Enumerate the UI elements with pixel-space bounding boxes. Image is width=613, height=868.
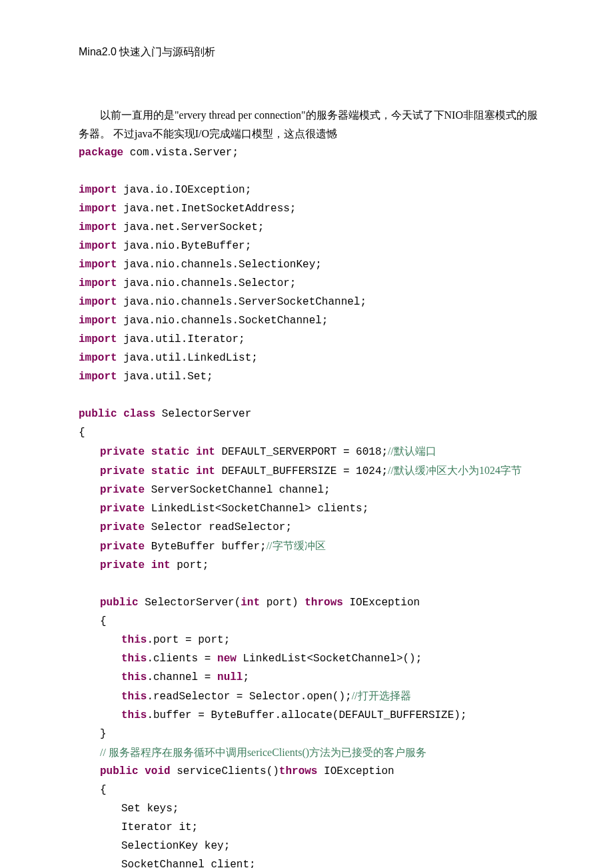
field-decl: LinkedList<SocketChannel> clients; [145, 503, 368, 515]
keyword-import: import [79, 352, 117, 364]
keyword-private: private [100, 465, 145, 477]
code-line: private Selector readSelector; [79, 518, 540, 537]
keyword-import: import [79, 315, 117, 327]
keyword-package: package [79, 147, 123, 159]
code-line: private int port; [79, 556, 540, 575]
keyword-import: import [79, 184, 117, 196]
comment: //默认端口 [388, 445, 436, 457]
keyword-public: public [100, 765, 139, 777]
field-decl: ByteBuffer buffer; [145, 541, 266, 553]
import-value: java.net.ServerSocket; [117, 221, 265, 233]
import-value: java.util.Set; [117, 371, 213, 383]
keyword-private: private [100, 503, 145, 515]
code-line: this.clients = new LinkedList<SocketChan… [79, 649, 540, 668]
import-value: java.io.IOException; [117, 184, 252, 196]
field-decl: Selector readSelector; [145, 521, 292, 533]
code-line: public void serviceClients()throws IOExc… [79, 762, 540, 781]
code-line: import java.io.IOException; [79, 181, 540, 199]
ctor-param: port) [260, 597, 305, 609]
code-line: import java.nio.channels.SelectionKey; [79, 255, 540, 274]
keyword-int: int [151, 559, 171, 571]
keyword-private: private [100, 484, 145, 496]
code-line: public SelectorServer(int port) throws I… [79, 593, 540, 612]
code-line: import java.nio.channels.Selector; [79, 274, 540, 293]
code-line: this.buffer = ByteBuffer.allocate(DEFAUL… [79, 706, 540, 725]
keyword-this: this [121, 691, 147, 703]
code-line: import java.nio.channels.ServerSocketCha… [79, 293, 540, 311]
keyword-int: int [241, 597, 260, 609]
comment: // 服务器程序在服务循环中调用sericeClients()方法为已接受的客户… [79, 743, 540, 762]
keyword-new: new [217, 653, 237, 665]
keyword-this: this [121, 634, 147, 646]
code-line: Set keys; [79, 799, 540, 818]
stmt: ; [243, 671, 249, 683]
keyword-import: import [79, 371, 117, 383]
code-line: import java.net.ServerSocket; [79, 218, 540, 237]
import-value: java.util.LinkedList; [117, 352, 258, 364]
keyword-class: class [123, 408, 155, 420]
keyword-throws: throws [279, 765, 318, 777]
code-line: this.port = port; [79, 631, 540, 649]
import-value: java.nio.channels.Selector; [117, 277, 297, 289]
keyword-this: this [121, 709, 147, 721]
keyword-private: private [100, 521, 145, 533]
keyword-public: public [79, 408, 117, 420]
stmt: LinkedList<SocketChannel>(); [237, 653, 422, 665]
stmt: .channel = [147, 671, 217, 683]
code-line: this.channel = null; [79, 668, 540, 687]
comment: //打开选择器 [352, 690, 411, 701]
stmt: .port = port; [147, 634, 230, 646]
field-decl: DEFAULT_SERVERPORT = 6018; [215, 446, 388, 458]
keyword-import: import [79, 240, 117, 252]
keyword-import: import [79, 203, 117, 215]
import-value: java.nio.channels.SelectionKey; [117, 259, 322, 271]
code-line: this.readSelector = Selector.open();//打开… [79, 687, 540, 706]
keyword-static: static [151, 446, 190, 458]
keyword-import: import [79, 296, 117, 308]
keyword-int: int [196, 446, 215, 458]
keyword-import: import [79, 259, 117, 271]
code-line: import java.net.InetSocketAddress; [79, 199, 540, 218]
code-line: private static int DEFAULT_BUFFERSIZE = … [79, 461, 540, 481]
stmt: .buffer = ByteBuffer.allocate(DEFAULT_BU… [147, 709, 466, 721]
code-line: Iterator it; [79, 818, 540, 837]
keyword-private: private [100, 559, 145, 571]
field-decl: DEFAULT_BUFFERSIZE = 1024; [215, 465, 388, 477]
document-page: Mina2.0 快速入门与源码剖析 以前一直用的是"ervery thread … [0, 0, 613, 868]
code-line: SelectionKey key; [79, 837, 540, 855]
import-value: java.nio.ByteBuffer; [117, 240, 252, 252]
code-line: public class SelectorServer [79, 405, 540, 423]
code-line: import java.util.LinkedList; [79, 349, 540, 367]
keyword-import: import [79, 333, 117, 345]
keyword-import: import [79, 277, 117, 289]
keyword-this: this [121, 653, 147, 665]
code-line: import java.nio.ByteBuffer; [79, 237, 540, 255]
keyword-null: null [217, 671, 243, 683]
method-throws: IOException [317, 765, 394, 777]
code-line: import java.util.Iterator; [79, 330, 540, 349]
field-decl: ServerSocketChannel channel; [145, 484, 330, 496]
code-line: private ServerSocketChannel channel; [79, 481, 540, 499]
keyword-static: static [151, 465, 190, 477]
code-line: private LinkedList<SocketChannel> client… [79, 499, 540, 518]
stmt: .clients = [147, 653, 217, 665]
keyword-private: private [100, 541, 145, 553]
keyword-int: int [196, 465, 215, 477]
import-value: java.net.InetSocketAddress; [117, 203, 297, 215]
keyword-this: this [121, 671, 147, 683]
import-value: java.nio.channels.ServerSocketChannel; [117, 296, 366, 308]
keyword-private: private [100, 446, 145, 458]
code-line: import java.nio.channels.SocketChannel; [79, 311, 540, 330]
ctor-throws: IOException [343, 597, 420, 609]
keyword-public: public [100, 597, 139, 609]
code-line: } [79, 725, 540, 743]
page-header: Mina2.0 快速入门与源码剖析 [79, 45, 540, 59]
code-line: SocketChannel client; [79, 855, 540, 868]
keyword-throws: throws [305, 597, 343, 609]
keyword-import: import [79, 221, 117, 233]
code-line: { [79, 612, 540, 631]
import-value: java.nio.channels.SocketChannel; [117, 315, 328, 327]
comment: //默认缓冲区大小为1024字节 [388, 465, 522, 476]
code-line: package com.vista.Server; [79, 143, 540, 162]
code-line: private ByteBuffer buffer;//字节缓冲区 [79, 537, 540, 556]
